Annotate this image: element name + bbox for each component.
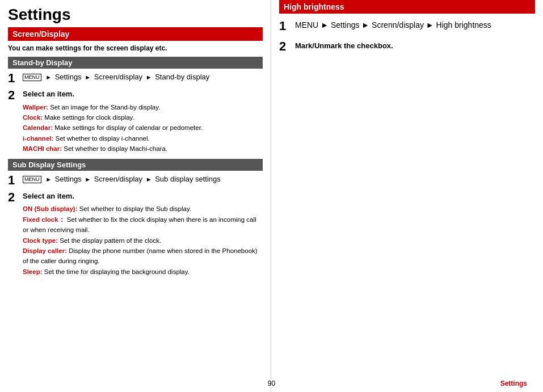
screen-display-header: Screen/Display (8, 27, 263, 41)
sub-step2: 2 Select an item. ON (Sub display): Set … (8, 191, 263, 277)
sub-arrow1: ► (45, 176, 52, 183)
screen-display-section: Screen/Display You can make settings for… (8, 27, 263, 52)
footer-settings-label: Settings (500, 380, 527, 387)
sub-item-4: Sleep: Set the time for displaying the b… (23, 267, 263, 277)
sub-item-1: Fixed clock： Set whether to fix the cloc… (23, 214, 263, 235)
standby-display-text1: Stand-by display (155, 73, 209, 81)
right-step2-label: Mark/Unmark the checkbox. (295, 41, 393, 50)
right-step2: 2 Mark/Unmark the checkbox. (279, 40, 535, 53)
screen-display-text1: Screen/display (94, 73, 142, 81)
screen-display-desc: You can make settings for the screen dis… (8, 44, 263, 52)
standby-step2-content: Select an item. Wallper: Set an image fo… (23, 88, 263, 154)
standby-step1-content: MENU ► Settings ► Screen/display ► Stand… (23, 71, 263, 83)
right-step2-num: 2 (279, 40, 291, 53)
sub-step2-content: Select an item. ON (Sub display): Set wh… (23, 191, 263, 277)
standby-item-0: Wallper: Set an image for the Stand-by d… (23, 102, 263, 112)
standby-item-2: Calendar: Make settings for display of c… (23, 123, 263, 133)
sub-step1-content: MENU ► Settings ► Screen/display ► Sub d… (23, 174, 263, 185)
right-screen-text: Screnn/display (372, 20, 424, 29)
sub-item-2: Clock type: Set the display pattern of t… (23, 235, 263, 246)
sub-select-item: Select an item. (23, 191, 263, 202)
sub-arrow2: ► (85, 176, 91, 183)
standby-section: Stand-by Display 1 MENU ► Settings ► Scr… (8, 57, 263, 154)
sub-arrow3: ► (146, 176, 152, 183)
right-step1: 1 MENU ► Settings ► Screnn/display ► Hig… (279, 19, 535, 33)
standby-header: Stand-by Display (8, 57, 263, 69)
standby-step1: 1 MENU ► Settings ► Screen/display ► Sta… (8, 71, 263, 85)
standby-select-item: Select an item. (23, 88, 263, 100)
standby-item-3: i-channel: Set whether to display i-chan… (23, 133, 263, 144)
left-panel: Settings Screen/Display You can make set… (0, 0, 271, 392)
sub-step1-num: 1 (8, 174, 19, 187)
right-high-text: High brightness (436, 20, 491, 29)
sub-step2-num: 2 (8, 191, 19, 204)
footer: 90 Settings (0, 380, 543, 387)
sub-display-section: Sub Display Settings 1 MENU ► Settings ►… (8, 159, 263, 277)
sub-item-list: ON (Sub display): Set whether to display… (23, 204, 263, 277)
standby-item-list: Wallper: Set an image for the Stand-by d… (23, 102, 263, 154)
sub-settings-text: Settings (55, 175, 82, 183)
right-arrow1: ► (321, 20, 329, 29)
menu-icon-right: MENU (295, 20, 318, 29)
sub-display-text: Sub display settings (155, 175, 221, 183)
menu-icon-standby: MENU (23, 74, 41, 81)
sub-step1: 1 MENU ► Settings ► Screen/display ► Sub… (8, 174, 263, 187)
page-title: Settings (8, 6, 263, 24)
sub-screen-text: Screen/display (94, 175, 142, 183)
standby-step2-num: 2 (8, 88, 19, 102)
right-panel: High brightness 1 MENU ► Settings ► Scre… (271, 0, 543, 392)
menu-icon-sub: MENU (23, 176, 41, 183)
arrow1: ► (45, 74, 52, 81)
arrow2: ► (85, 74, 91, 81)
high-brightness-header: High brightness (279, 0, 535, 14)
right-arrow2: ► (361, 20, 369, 29)
sub-item-3: Display caller: Display the phone number… (23, 246, 263, 267)
sub-item-0: ON (Sub display): Set whether to display… (23, 204, 263, 214)
right-step1-num: 1 (279, 19, 291, 33)
footer-container: 90 Settings (8, 380, 535, 387)
standby-step2: 2 Select an item. Wallper: Set an image … (8, 88, 263, 154)
right-step1-content: MENU ► Settings ► Screnn/display ► High … (295, 19, 535, 31)
standby-item-1: Clock: Make settings for clock display. (23, 112, 263, 123)
standby-step1-num: 1 (8, 71, 19, 85)
standby-item-4: MACHI char: Set whether to display Machi… (23, 144, 263, 154)
right-arrow3: ► (426, 20, 434, 29)
footer-page-num: 90 (268, 380, 275, 387)
settings-text1: Settings (55, 73, 82, 81)
sub-display-header: Sub Display Settings (8, 159, 263, 171)
right-settings-text: Settings (331, 20, 360, 29)
right-step2-content: Mark/Unmark the checkbox. (295, 40, 535, 52)
arrow3: ► (146, 74, 152, 81)
